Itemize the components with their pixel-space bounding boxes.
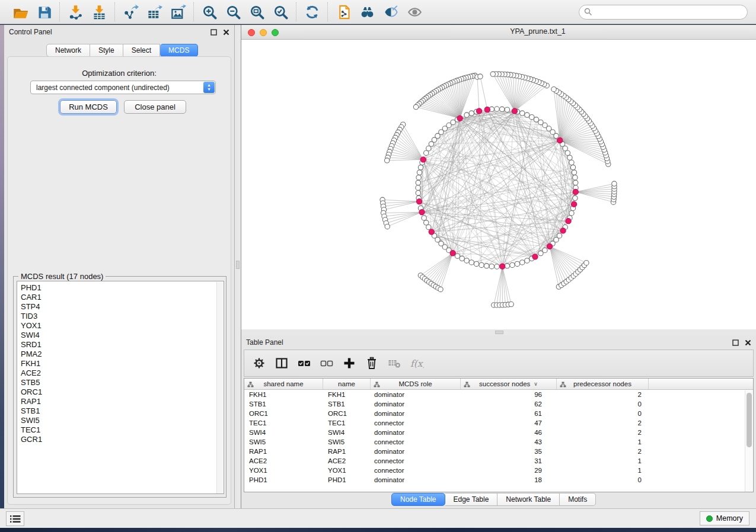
graph-node-selected[interactable] [476,108,481,114]
column-header-shared-name[interactable]: shared name [244,379,323,389]
mcds-result-item[interactable]: ORC1 [21,387,224,397]
vertical-splitter[interactable] [235,25,241,508]
delete-column-button[interactable] [362,352,382,374]
graph-node[interactable] [384,158,389,163]
graph-node-selected[interactable] [557,137,563,143]
table-row[interactable]: STB1STB1dominator620 [244,399,753,409]
graph-node[interactable] [464,113,469,117]
graph-node[interactable] [484,264,489,268]
graph-node[interactable] [416,175,421,180]
graph-node[interactable] [385,224,390,229]
graph-node[interactable] [478,74,483,79]
graph-node[interactable] [464,258,469,263]
graph-node[interactable] [529,115,534,120]
graph-node[interactable] [505,107,509,112]
mcds-result-item[interactable]: PHD1 [21,283,224,293]
tab-mcds[interactable]: MCDS [160,44,198,57]
graph-node[interactable] [543,248,547,252]
graph-node[interactable] [520,111,525,116]
apply-layout-button[interactable] [300,2,324,21]
search-input[interactable] [579,5,748,20]
network-canvas[interactable] [241,40,756,329]
save-session-button[interactable] [32,2,56,21]
tab-edge-table[interactable]: Edge Table [445,493,498,506]
graph-node-selected[interactable] [532,254,538,259]
select-all-rows-button[interactable] [294,352,314,374]
graph-node[interactable] [520,260,525,265]
graph-node[interactable] [569,211,574,216]
table-row[interactable]: ACE2ACE2connector311 [244,456,753,466]
tab-motifs[interactable]: Motifs [560,493,596,506]
graph-node[interactable] [426,225,431,229]
column-header-MCDS-role[interactable]: MCDS role [371,379,461,389]
zoom-selected-button[interactable] [269,2,292,21]
graph-node[interactable] [469,260,474,265]
open-file-button[interactable] [8,2,32,21]
graph-node-selected[interactable] [416,198,422,204]
mcds-result-item[interactable]: CAR1 [21,293,224,302]
graph-node[interactable] [499,107,504,111]
tab-node-table[interactable]: Node Table [391,493,445,506]
deselect-all-rows-button[interactable] [317,352,337,374]
graph-node[interactable] [573,175,578,180]
table-row[interactable]: PHD1PHD1dominator180 [244,475,753,485]
graph-node-selected[interactable] [429,229,434,235]
graph-node[interactable] [495,107,499,111]
table-scrollbar[interactable] [745,390,752,492]
close-panel-button[interactable]: Close panel [124,100,186,114]
graph-node[interactable] [495,264,499,269]
import-table-button[interactable] [87,2,111,21]
graph-node-selected[interactable] [512,108,517,114]
run-mcds-button[interactable]: Run MCDS [60,100,117,114]
graph-node[interactable] [413,104,418,109]
graph-node[interactable] [438,287,443,291]
graphics-details-button[interactable] [379,2,403,21]
horizontal-splitter[interactable] [241,329,756,335]
mcds-result-item[interactable]: ACE2 [21,368,224,378]
graph-node[interactable] [573,196,578,200]
graph-node[interactable] [416,180,420,185]
graph-node[interactable] [424,150,429,155]
graph-node[interactable] [584,260,589,265]
graph-node[interactable] [525,258,529,263]
graph-node[interactable] [417,170,422,175]
memory-button[interactable]: Memory [700,511,749,525]
close-panel-icon[interactable] [223,29,229,36]
graph-node[interactable] [509,302,513,306]
graph-node[interactable] [570,165,575,169]
tab-network[interactable]: Network [46,44,90,57]
mcds-result-item[interactable]: SWI5 [21,416,224,425]
find-button[interactable] [355,2,379,21]
graph-node[interactable] [565,150,570,155]
graph-node-selected[interactable] [571,201,576,207]
mcds-result-item[interactable]: TEC1 [21,425,224,435]
mcds-list-scrollbar[interactable] [216,282,223,494]
mcds-result-item[interactable]: SRD1 [21,340,224,350]
graph-node[interactable] [612,181,617,186]
table-row[interactable]: YOX1YOX1connector291 [244,466,753,475]
table-settings-button[interactable] [249,352,269,374]
zoom-fit-button[interactable] [245,2,269,21]
graph-node[interactable] [416,185,420,190]
toggle-columns-button[interactable] [272,352,292,374]
graph-node[interactable] [479,262,484,267]
column-header-predecessor-nodes[interactable]: predecessor nodes [557,379,649,389]
graph-node[interactable] [515,261,519,266]
float-panel-icon[interactable] [210,29,217,36]
birds-eye-view-button[interactable] [403,2,426,21]
mcds-result-list[interactable]: PHD1CAR1STP4TID3YOX1SWI4SRD1PMA2FKH1ACE2… [17,281,224,494]
splitter-grip[interactable] [236,261,240,269]
add-column-button[interactable] [339,352,359,374]
table-row[interactable]: ORC1ORC1dominator610 [244,409,753,418]
graph-node-selected[interactable] [484,107,490,112]
graph-node-selected[interactable] [419,209,425,214]
table-row[interactable]: SWI5SWI5connector431 [244,437,753,447]
mcds-result-item[interactable]: STB1 [21,406,224,416]
table-scrollbar-thumb[interactable] [747,393,752,447]
graph-node[interactable] [418,165,423,169]
graph-node-selected[interactable] [573,189,578,194]
mcds-result-item[interactable]: PMA2 [21,350,224,359]
mcds-result-item[interactable]: TID3 [21,312,224,321]
graph-node[interactable] [424,220,429,225]
criterion-select[interactable]: largest connected component (undirected)… [30,81,216,94]
